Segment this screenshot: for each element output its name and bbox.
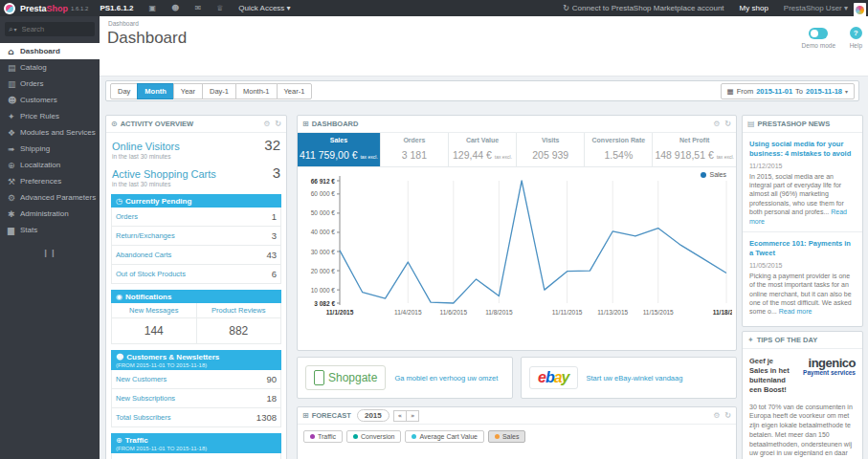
sidebar-item-stats[interactable]: ▆Stats — [0, 222, 100, 238]
activity-icon: ⊙ — [111, 120, 118, 128]
product-reviews-cell[interactable]: Product Reviews882 — [196, 303, 281, 343]
period-year-1-button[interactable]: Year-1 — [277, 83, 313, 99]
kpi-cart-value[interactable]: Cart Value129,44 € tax excl. — [449, 133, 517, 166]
brand-presta: Presta — [20, 4, 47, 13]
ingenico-logo-sub: Payment services — [797, 369, 856, 377]
kpi-conversion-rate[interactable]: Conversion Rate1.54% — [585, 133, 653, 166]
kpi-label: Orders — [383, 137, 446, 143]
kpi-orders[interactable]: Orders3 181 — [381, 133, 449, 166]
sidebar-item-localization[interactable]: ⊕Localization — [0, 157, 100, 173]
prestashop-news-panel: ▤ PRESTASHOP NEWS Using social media for… — [742, 115, 863, 327]
quick-access-menu[interactable]: Quick Access ▾ — [238, 4, 290, 12]
row-label[interactable]: Out of Stock Products — [116, 270, 186, 278]
read-more-link[interactable]: Read more — [779, 308, 812, 315]
sidebar-item-customers[interactable]: ☻Customers — [0, 92, 100, 108]
help-icon[interactable]: ? — [850, 27, 862, 39]
sidebar-item-administration[interactable]: ✱Administration — [0, 206, 100, 222]
demo-mode-label: Demo mode — [802, 42, 835, 49]
google-analytics-link[interactable]: ▰Link to your Google Analytics account — [111, 453, 281, 459]
forecast-prev-button[interactable]: « — [393, 410, 407, 422]
sidebar-item-preferences[interactable]: ⚒Preferences — [0, 173, 100, 189]
row-label[interactable]: Total Subscribers — [116, 413, 171, 422]
my-shop-link[interactable]: My shop — [740, 4, 768, 12]
online-visitors-value: 32 — [264, 137, 280, 153]
phone-icon — [314, 370, 324, 385]
table-row[interactable]: Total Subscribers1308 — [111, 408, 281, 427]
table-row[interactable]: Return/Exchanges3 — [111, 227, 281, 246]
table-row[interactable]: Out of Stock Products6 — [111, 265, 281, 284]
sidebar-item-dashboard[interactable]: ⌂Dashboard — [0, 43, 100, 59]
profile-icon[interactable]: ☻ — [171, 4, 179, 12]
user-avatar[interactable] — [854, 3, 866, 17]
ebay-logo: ebay — [529, 366, 578, 389]
marketplace-link[interactable]: ↻Connect to PrestaShop Marketplace accou… — [563, 4, 723, 12]
kpi-visits[interactable]: Visits205 939 — [517, 133, 585, 166]
sidebar-item-label: Advanced Parameters — [20, 193, 96, 202]
kpi-net-profit[interactable]: Net Profit148 918,51 € tax excl. — [653, 133, 736, 166]
sidebar-item-modules[interactable]: ❖Modules and Services — [0, 124, 100, 141]
forecast-avg-cart-toggle[interactable]: Average Cart Value — [405, 430, 483, 443]
forecast-next-button[interactable]: » — [406, 410, 419, 422]
sidebar-item-advanced-parameters[interactable]: ⚙Advanced Parameters — [0, 189, 100, 206]
user-menu[interactable]: PrestaShop User ▾ — [784, 4, 848, 12]
search-input[interactable] — [20, 24, 92, 34]
demo-mode-toggle[interactable] — [809, 28, 828, 39]
date-range-button[interactable]: ▦ From 2015-11-01 To 2015-11-18 ▾ — [721, 83, 855, 99]
table-row[interactable]: New Customers90 — [111, 370, 281, 389]
orders-icon: ▥ — [8, 79, 20, 89]
gear-icon[interactable]: ⚙ — [263, 120, 270, 128]
row-label[interactable]: New Customers — [116, 375, 167, 383]
article-excerpt: In 2015, social media are an integral pa… — [749, 172, 856, 227]
sidebar-item-price-rules[interactable]: ✦Price Rules — [0, 108, 100, 124]
period-month-button[interactable]: Month — [137, 83, 174, 99]
row-label[interactable]: Orders — [116, 212, 138, 221]
period-day-button[interactable]: Day — [110, 83, 138, 99]
sidebar-item-catalog[interactable]: ▤Catalog — [0, 59, 100, 76]
article-title-link[interactable]: Using social media for your business: 4 … — [749, 140, 856, 159]
forecast-sales-toggle[interactable]: Sales — [488, 430, 526, 443]
period-year-button[interactable]: Year — [173, 83, 203, 99]
chart-legend[interactable]: Sales — [701, 171, 726, 178]
table-row[interactable]: Orders1 — [111, 208, 281, 227]
gear-icon[interactable]: ⚙ — [713, 411, 720, 420]
row-label[interactable]: New Subscriptions — [116, 394, 175, 403]
row-label[interactable]: Return/Exchanges — [116, 231, 175, 240]
chevron-down-icon: ▾ — [845, 88, 848, 95]
sidebar-item-shipping[interactable]: ➠Shipping — [0, 141, 100, 157]
calendar-icon: ▦ — [727, 87, 734, 96]
sidebar-item-orders[interactable]: ▥Orders — [0, 76, 100, 92]
kpi-sales[interactable]: Sales411 759,00 € tax excl. — [298, 133, 381, 166]
trophy-icon[interactable]: ♕ — [216, 4, 223, 12]
cart-icon[interactable]: ▣ — [149, 4, 157, 12]
price-rules-icon: ✦ — [8, 112, 20, 121]
forecast-conversion-toggle[interactable]: Conversion — [346, 430, 401, 443]
lightbulb-icon: ✦ — [747, 336, 754, 344]
period-day-1-button[interactable]: Day-1 — [202, 83, 236, 99]
sidebar-item-label: Customers — [20, 96, 57, 104]
kpi-value: 1.54% — [604, 149, 633, 161]
ebay-link[interactable]: Start uw eBay-winkel vandaag — [587, 374, 683, 382]
messages-icon[interactable]: ✉ — [194, 4, 201, 12]
refresh-icon[interactable]: ↻ — [724, 411, 731, 420]
date-toolbar: Day Month Year Day-1 Month-1 Year-1 ▦ Fr… — [105, 80, 859, 101]
shopgate-link[interactable]: Ga mobiel en verhoog uw omzet — [394, 374, 498, 382]
tips-body: Geef je Sales in het buitenland een Boos… — [743, 349, 862, 459]
online-visitors-link[interactable]: Online Visitors — [112, 141, 180, 152]
active-carts-link[interactable]: Active Shopping Carts — [112, 168, 216, 180]
new-messages-cell[interactable]: New Messages144 — [112, 303, 196, 343]
kpi-label: Cart Value — [451, 137, 514, 143]
forecast-traffic-toggle[interactable]: Traffic — [303, 430, 343, 443]
article-title-link[interactable]: Ecommerce 101: Payments in a Tweet — [749, 239, 856, 258]
table-row[interactable]: Abandoned Carts43 — [111, 246, 281, 265]
period-month-1-button[interactable]: Month-1 — [235, 83, 278, 99]
sidebar-collapse-icon[interactable]: ❙❙ — [0, 249, 100, 257]
row-label[interactable]: Abandoned Carts — [116, 251, 171, 259]
refresh-icon[interactable]: ↻ — [724, 120, 731, 128]
table-row[interactable]: New Subscriptions18 — [111, 389, 281, 408]
gear-icon[interactable]: ⚙ — [713, 120, 720, 128]
brand-shop: Shop — [47, 4, 69, 13]
refresh-icon[interactable]: ↻ — [275, 120, 281, 128]
cell-label: Product Reviews — [197, 303, 281, 318]
sidebar-search[interactable]: ⌕ ▾ — [5, 22, 95, 36]
tips-of-the-day-panel: ✦ TIPS OF THE DAY Geef je Sales in het b… — [742, 331, 863, 459]
